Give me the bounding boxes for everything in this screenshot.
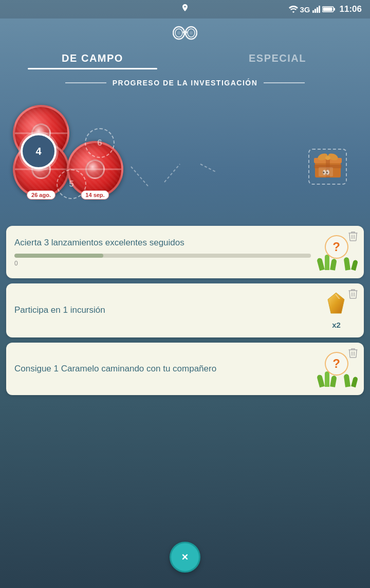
progress-section: PROGRESO DE LA INVESTIGACIÓN 11 sep. bbox=[0, 79, 370, 221]
star-fragment-icon bbox=[325, 292, 348, 319]
svg-line-21 bbox=[200, 164, 216, 172]
svg-text:👀: 👀 bbox=[322, 168, 329, 176]
network-label: 3G bbox=[300, 5, 310, 14]
close-button[interactable]: × bbox=[170, 542, 200, 573]
svg-line-19 bbox=[131, 167, 149, 187]
task-card-3[interactable]: Consigue 1 Caramelo caminando con tu com… bbox=[6, 343, 364, 395]
svg-point-8 bbox=[177, 31, 180, 35]
task-2-content: Participa en 1 incursión bbox=[14, 305, 311, 316]
node-6: 6 bbox=[85, 128, 115, 158]
package-box-svg: 👀 bbox=[312, 153, 343, 181]
wifi-icon bbox=[289, 6, 298, 13]
close-x-label: × bbox=[182, 550, 189, 564]
task-1-progress-fill bbox=[14, 254, 103, 258]
tabs: DE CAMPO ESPECIAL bbox=[0, 45, 370, 69]
task-1-content: Acierta 3 lanzamientos excelentes seguid… bbox=[14, 237, 311, 268]
title-line-left bbox=[65, 82, 106, 83]
task-card-2[interactable]: Participa en 1 incursión bbox=[6, 283, 364, 337]
tab-de-campo[interactable]: DE CAMPO bbox=[0, 45, 185, 69]
binoculars-icon bbox=[173, 24, 197, 42]
status-icons: 3G 11:06 bbox=[289, 4, 362, 14]
task-2-multiplier: x2 bbox=[332, 320, 341, 329]
svg-rect-7 bbox=[183, 31, 187, 33]
task-1-text: Acierta 3 lanzamientos excelentes seguid… bbox=[14, 237, 311, 249]
time-display: 11:06 bbox=[340, 4, 362, 14]
tasks-list: Acierta 3 lanzamientos excelentes seguid… bbox=[0, 226, 370, 395]
svg-marker-24 bbox=[328, 293, 344, 313]
node-5: 5 bbox=[57, 169, 86, 199]
progress-title: PROGRESO DE LA INVESTIGACIÓN bbox=[10, 79, 360, 87]
title-line-right bbox=[264, 82, 305, 83]
tab-especial[interactable]: ESPECIAL bbox=[185, 45, 370, 69]
task-card-1[interactable]: Acierta 3 lanzamientos excelentes seguid… bbox=[6, 226, 364, 278]
connector-lines bbox=[10, 97, 360, 221]
svg-line-20 bbox=[164, 164, 180, 182]
battery-icon bbox=[322, 6, 336, 13]
nodes-group: 4 5 6 bbox=[10, 97, 360, 221]
task-1-progress-label: 0 bbox=[14, 260, 311, 267]
trash-icon-2[interactable] bbox=[348, 289, 358, 301]
package-reward: 👀 bbox=[308, 149, 349, 190]
node-4[interactable]: 4 bbox=[21, 133, 57, 169]
svg-point-16 bbox=[325, 156, 330, 160]
location-icon bbox=[181, 4, 189, 14]
svg-rect-1 bbox=[334, 8, 335, 11]
svg-point-9 bbox=[190, 31, 193, 35]
progress-nodes: 11 sep. 26 ago. 14 sep. bbox=[10, 97, 360, 221]
trash-icon-1[interactable] bbox=[348, 231, 358, 244]
task-3-content: Consigue 1 Caramelo caminando con tu com… bbox=[14, 363, 311, 375]
header: DE CAMPO ESPECIAL bbox=[0, 19, 370, 69]
progress-title-text: PROGRESO DE LA INVESTIGACIÓN bbox=[113, 79, 258, 87]
status-bar: 3G 11:06 bbox=[0, 0, 370, 19]
svg-rect-2 bbox=[323, 8, 332, 11]
star-fragment-svg bbox=[325, 292, 348, 317]
task-2-text: Participa en 1 incursión bbox=[14, 305, 311, 316]
trash-icon-3[interactable] bbox=[348, 348, 358, 361]
task-3-text: Consigue 1 Caramelo caminando con tu com… bbox=[14, 363, 311, 375]
task-1-progress-bar bbox=[14, 254, 311, 258]
signal-icon bbox=[312, 6, 320, 13]
